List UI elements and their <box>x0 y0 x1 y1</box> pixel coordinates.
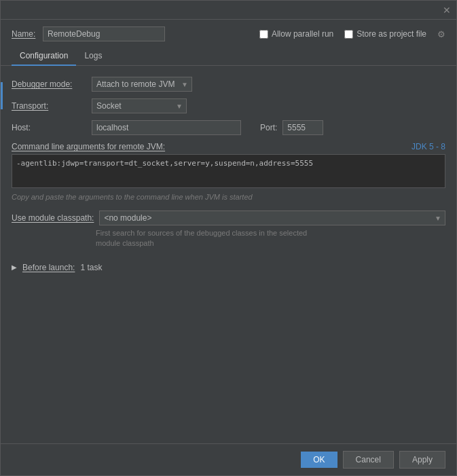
jdk-link[interactable]: JDK 5 - 8 <box>412 142 445 151</box>
debugger-mode-select[interactable]: Attach to remote JVM Listen to remote JV… <box>92 77 192 92</box>
transport-select-wrapper: Socket Shared memory ▼ <box>92 98 187 113</box>
tabs-row: Configuration Logs <box>1 47 456 66</box>
store-as-project-file-label: Store as project file <box>357 29 426 39</box>
transport-label: Transport: <box>12 101 86 111</box>
module-classpath-select-wrapper: <no module> ▼ <box>99 210 445 225</box>
transport-select[interactable]: Socket Shared memory <box>92 98 187 113</box>
tab-configuration[interactable]: Configuration <box>12 47 76 66</box>
debugger-mode-select-wrapper: Attach to remote JVM Listen to remote JV… <box>92 77 192 92</box>
run-debug-dialog: ✕ Name: Allow parallel run Store as proj… <box>0 0 457 476</box>
left-accent <box>1 82 3 109</box>
content-area: Debugger mode: Attach to remote JVM List… <box>1 66 456 443</box>
title-bar: ✕ <box>1 1 456 20</box>
host-label: Host: <box>12 123 86 132</box>
before-launch-label: Before launch: <box>22 263 75 272</box>
apply-button[interactable]: Apply <box>399 451 445 469</box>
port-label: Port: <box>260 123 277 132</box>
before-launch-task-count: 1 task <box>80 263 102 272</box>
name-input[interactable] <box>43 26 165 41</box>
cmd-section: Command line arguments for remote JVM: J… <box>12 142 445 201</box>
cancel-button[interactable]: Cancel <box>343 451 394 469</box>
transport-row: Transport: Socket Shared memory ▼ <box>12 98 445 113</box>
allow-parallel-run-label: Allow parallel run <box>272 29 333 39</box>
host-port-row: Host: Port: <box>12 120 445 135</box>
allow-parallel-run-checkbox[interactable] <box>259 30 268 39</box>
cmd-header: Command line arguments for remote JVM: J… <box>12 142 445 151</box>
module-classpath-hint: First search for sources of the debugged… <box>96 228 445 249</box>
name-row: Name: Allow parallel run Store as projec… <box>1 20 456 47</box>
ok-button[interactable]: OK <box>301 452 337 468</box>
options-row: Allow parallel run Store as project file… <box>259 29 445 39</box>
tab-logs[interactable]: Logs <box>76 47 110 66</box>
debugger-mode-label: Debugger mode: <box>12 79 86 89</box>
cmd-textarea[interactable]: -agentlib:jdwp=transport=dt_socket,serve… <box>12 154 445 188</box>
allow-parallel-run-group: Allow parallel run <box>259 29 333 39</box>
name-label: Name: <box>12 29 37 39</box>
cmd-hint: Copy and paste the arguments to the comm… <box>12 193 445 201</box>
footer: OK Cancel Apply <box>1 443 456 475</box>
store-as-project-file-group: Store as project file <box>344 29 426 39</box>
before-launch-section[interactable]: ▶ Before launch: 1 task <box>12 263 445 272</box>
before-launch-triangle-icon: ▶ <box>12 263 17 271</box>
cmd-label: Command line arguments for remote JVM: <box>12 142 165 151</box>
module-classpath-row: Use module classpath: <no module> ▼ <box>12 210 445 225</box>
gear-icon[interactable]: ⚙ <box>437 29 445 39</box>
close-button[interactable]: ✕ <box>441 5 452 16</box>
module-classpath-select[interactable]: <no module> <box>99 210 445 225</box>
debugger-mode-row: Debugger mode: Attach to remote JVM List… <box>12 77 445 92</box>
store-as-project-file-checkbox[interactable] <box>344 30 353 39</box>
host-input[interactable] <box>92 120 241 135</box>
module-classpath-label: Use module classpath: <box>12 213 94 223</box>
port-input[interactable] <box>282 120 323 135</box>
module-classpath-section: Use module classpath: <no module> ▼ Firs… <box>12 210 445 249</box>
